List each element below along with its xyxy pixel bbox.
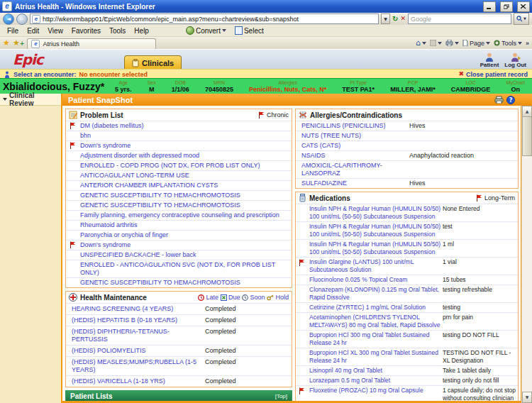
medication-row[interactable]: Clonazepam (KLONOPIN) 0.125 mg Oral Tabl… (296, 285, 518, 302)
medication-name[interactable]: Bupropion HCl XL 300 mg Oral Tablet Sust… (296, 349, 443, 365)
medication-row[interactable]: Bupropion HCl XL 300 mg Oral Tablet Sust… (296, 348, 518, 365)
print-button[interactable] (445, 40, 459, 46)
problem-text[interactable]: UNSPECIFIED BACKACHE - lower back (80, 251, 196, 258)
chevron-more-icon[interactable]: » (526, 40, 529, 47)
refresh-icon[interactable]: ↻ (392, 16, 398, 23)
feeds-button[interactable] (430, 40, 442, 46)
allergy-name[interactable]: SULFADIAZINE (296, 180, 409, 187)
medication-row[interactable]: Lisinopril 40 mg Oral Tablet Take 1 tabl… (296, 365, 518, 375)
select-button[interactable]: Select (231, 26, 268, 35)
minimize-button[interactable] (483, 1, 496, 12)
snapshot-help-icon[interactable]: ? (506, 96, 515, 104)
problem-text[interactable]: GENETIC SUSCEPTIBILITY TO HEMACHROMOTOSI… (80, 279, 240, 286)
medication-name[interactable]: Fluocinolone 0.025 % Topical Cream (296, 276, 443, 284)
panel-title[interactable]: Allergies/Contraindications (310, 111, 402, 119)
problem-text[interactable]: Adjustment disorder with depressed mood (80, 152, 199, 159)
top-link[interactable]: [Top] (275, 393, 287, 399)
convert-button[interactable]: Convert (182, 26, 231, 35)
search-button[interactable]: ▼ (514, 13, 529, 25)
panel-title[interactable]: Medications (309, 194, 350, 202)
allergy-row[interactable]: NSAIDS Anaphylactoid reaction (296, 150, 518, 160)
address-dropdown-icon[interactable]: ▼ (381, 13, 390, 24)
hm-topic[interactable]: (HEDIS) HEPATITIS B (0-18 YEARS) (66, 316, 205, 324)
sidebar-item-clinical-review[interactable]: Clinical Review (0, 94, 61, 106)
medication-name[interactable]: Bupropion HCl 300 mg Oral Tablet Sustain… (296, 331, 443, 347)
problem-row[interactable]: ENROLLED - COPD PROG (NOT DX, FOR PROB L… (66, 160, 292, 170)
allergy-row[interactable]: SULFADIAZINE Hives (296, 178, 518, 188)
problem-text[interactable]: ANTERIOR CHAMBER IMPLANTATION CYSTS (80, 182, 218, 189)
problem-row[interactable]: ANTERIOR CHAMBER IMPLANTATION CYSTS (66, 180, 292, 190)
problem-row[interactable]: UNSPECIFIED BACKACHE - lower back (66, 250, 292, 260)
tools-menu-button[interactable]: Tools (494, 40, 522, 47)
problem-text[interactable]: DM (diabetes mellitus) (80, 122, 144, 129)
problem-row[interactable]: Rheumatoid arthritis (66, 220, 292, 230)
menu-item[interactable]: Tools (105, 27, 130, 35)
medication-row[interactable]: Fluocinolone 0.025 % Topical Cream 15 tu… (296, 275, 518, 285)
favorites-tab-atrius[interactable]: e Atrius Health (27, 38, 156, 49)
allergy-name[interactable]: CATS (CATS) (296, 142, 409, 150)
problem-row[interactable]: DM (diabetes mellitus) (66, 121, 292, 131)
allergy-row[interactable]: PENICILLINS (PENICILLINS) Hives (296, 121, 518, 131)
problem-row[interactable]: Adjustment disorder with depressed mood (66, 150, 292, 160)
hm-topic[interactable]: (HEDIS) MEASLES;MUMPS;RUBELLA (1-5 YEARS… (66, 358, 205, 374)
add-favorite-icon[interactable]: ★+ (13, 39, 25, 47)
medication-name[interactable]: Fluoxetine (PROZAC) 10 mg Oral Capsule (296, 387, 443, 402)
medication-name[interactable]: Lisinopril 40 mg Oral Tablet (296, 367, 443, 375)
problem-text[interactable]: GENETIC SUSCEPTIBILITY TO HEMACHROMOTOSI… (80, 202, 240, 209)
problem-text[interactable]: ANTICOAGULANT LONG-TERM USE (80, 172, 189, 179)
allergy-row[interactable]: AMOXICIL-CLARITHROMY-LANSOPRAZ (296, 160, 518, 178)
close-button[interactable] (517, 1, 530, 12)
menu-item[interactable]: File (3, 27, 23, 35)
problem-row[interactable]: ANTICOAGULANT LONG-TERM USE (66, 170, 292, 180)
medication-name[interactable]: Clonazepam (KLONOPIN) 0.125 mg Oral Tabl… (296, 286, 443, 302)
problem-row[interactable]: bhn (66, 131, 292, 140)
medication-row[interactable]: Insulin NPH & Regular Human (HUMULIN 50/… (296, 221, 518, 239)
menu-item[interactable]: View (43, 27, 67, 35)
medication-row[interactable]: Fluoxetine (PROZAC) 10 mg Oral Capsule 1… (296, 385, 518, 403)
favorites-center-icon[interactable]: ★ (3, 39, 10, 47)
address-field[interactable]: e http://wkenrmbapp01/EpicWeb/common/epi… (30, 13, 379, 24)
encounter-prompt[interactable]: Select an encounter: (13, 71, 77, 78)
patient-button[interactable]: Patient (480, 53, 499, 68)
health-maintenance-row[interactable]: HEARING SCREENING (4 YEARS) Completed (66, 303, 292, 314)
problem-text[interactable]: Family planning, emergency contraceptive… (80, 211, 279, 219)
problem-text[interactable]: Down's syndrome (80, 142, 131, 149)
problem-text[interactable]: ENROLLED - ANTICOAGULATION SVC (NOT DX, … (80, 261, 275, 276)
search-box[interactable]: Google (408, 13, 511, 24)
problem-text[interactable]: Paronychia or onychia of finger (80, 231, 168, 238)
forward-icon[interactable]: ► (16, 13, 28, 25)
menu-item[interactable]: Help (130, 27, 153, 35)
medication-row[interactable]: Acetaminophen (CHILDREN'S TYLENOL MELTAW… (296, 312, 518, 330)
problem-row[interactable]: GENETIC SUSCEPTIBILITY TO HEMACHROMOTOSI… (66, 190, 292, 200)
allergy-row[interactable]: CATS (CATS) (296, 140, 518, 150)
medication-row[interactable]: Bupropion HCl 300 mg Oral Tablet Sustain… (296, 330, 518, 348)
health-maintenance-row[interactable]: (HEDIS) HEPATITIS B (0-18 YEARS) Complet… (66, 314, 292, 326)
medication-name[interactable]: Insulin Glargine (LANTUS) 100 unit/mL Su… (296, 258, 443, 274)
allergy-name[interactable]: PENICILLINS (PENICILLINS) (296, 122, 409, 130)
medication-name[interactable]: Insulin NPH & Regular Human (HUMULIN 50/… (296, 205, 443, 221)
vertical-scrollbar[interactable]: ▲ ▼ (521, 106, 532, 403)
medication-name[interactable]: Cetirizine (ZYRTEC) 1 mg/mL Oral Solutio… (296, 304, 443, 311)
hm-topic[interactable]: HEARING SCREENING (4 YEARS) (66, 305, 205, 313)
medication-row[interactable]: Insulin Glargine (LANTUS) 100 unit/mL Su… (296, 257, 518, 275)
problem-row[interactable]: GENETIC SUSCEPTIBILITY TO HEMACHROMOTOSI… (66, 200, 292, 210)
problem-row[interactable]: Paronychia or onychia of finger (66, 230, 292, 240)
scroll-up-icon[interactable]: ▲ (522, 106, 532, 117)
medication-row[interactable]: Insulin NPH & Regular Human (HUMULIN 50/… (296, 204, 518, 221)
hm-topic[interactable]: (HEDIS) POLIOMYELITIS (66, 347, 205, 355)
medication-name[interactable]: Insulin NPH & Regular Human (HUMULIN 50/… (296, 223, 443, 238)
problem-row[interactable]: Down's syndrome (66, 240, 292, 250)
problem-row[interactable]: Family planning, emergency contraceptive… (66, 210, 292, 220)
health-maintenance-row[interactable]: (HEDIS) POLIOMYELITIS Completed (66, 345, 292, 356)
problem-text[interactable]: bhn (80, 132, 91, 139)
medication-row[interactable]: Cetirizine (ZYRTEC) 1 mg/mL Oral Solutio… (296, 302, 518, 312)
panel-title[interactable]: Problem List (80, 111, 123, 119)
hm-topic[interactable]: (HEDIS) VARICELLA (1-18 YRS) (66, 377, 205, 385)
convert-dropdown-icon[interactable] (222, 29, 226, 32)
allergy-row[interactable]: NUTS (TREE NUTS) (296, 131, 518, 140)
problem-text[interactable]: ENROLLED - COPD PROG (NOT DX, FOR PROB L… (80, 162, 260, 169)
snapshot-print-icon[interactable] (494, 96, 504, 104)
scrollbar-thumb[interactable] (522, 116, 532, 156)
allergy-name[interactable]: NSAIDS (296, 152, 409, 160)
health-maintenance-row[interactable]: (HEDIS) DIPHTHERIA-TETANUS-PERTUSSIS Com… (66, 326, 292, 345)
